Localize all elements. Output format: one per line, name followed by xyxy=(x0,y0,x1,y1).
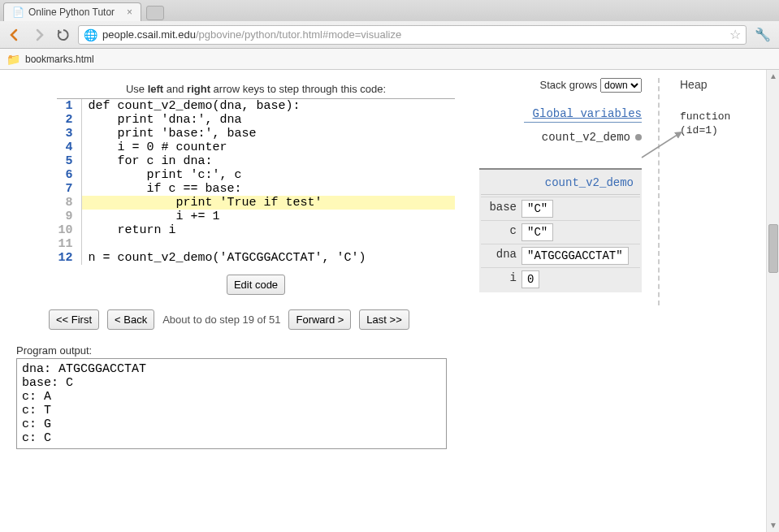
back-step-button[interactable]: < Back xyxy=(107,309,154,330)
line-number: 4 xyxy=(57,141,81,154)
line-number: 2 xyxy=(57,113,81,127)
frame-variable-name: base xyxy=(481,197,521,220)
url-bar[interactable]: 🌐 people.csail.mit.edu/pgbovine/python/t… xyxy=(78,25,747,45)
browser-toolbar: 🌐 people.csail.mit.edu/pgbovine/python/t… xyxy=(0,21,779,49)
arrow-right-icon xyxy=(32,28,46,42)
stack-grows-label: Stack grows down xyxy=(479,78,642,93)
code-line: 7 if c == base: xyxy=(57,182,455,196)
close-tab-icon[interactable]: × xyxy=(127,6,132,18)
url-path: /pgbovine/python/tutor.html#mode=visuali… xyxy=(196,28,401,41)
code-text: print 'dna:', dna xyxy=(81,113,455,127)
code-text: print 'c:', c xyxy=(81,168,455,182)
code-line: 9 i += 1 xyxy=(57,210,455,223)
browser-tab[interactable]: 📄 Online Python Tutor × xyxy=(3,2,141,21)
frame-title: count_v2_demo xyxy=(481,171,640,195)
frame-variable-value: "C" xyxy=(521,200,553,218)
line-number: 5 xyxy=(57,154,81,168)
heap-title: Heap xyxy=(680,78,731,91)
last-step-button[interactable]: Last >> xyxy=(359,309,409,330)
line-number: 12 xyxy=(57,251,81,265)
forward-button[interactable] xyxy=(29,25,49,45)
scroll-down-icon[interactable]: ▼ xyxy=(768,521,778,530)
frame-variable-name: dna xyxy=(481,244,521,267)
code-listing: 1def count_v2_demo(dna, base):2 print 'd… xyxy=(57,99,455,265)
line-number: 8 xyxy=(57,196,81,210)
global-variable-row: count_v2_demo xyxy=(479,131,642,144)
code-line: 5 for c in dna: xyxy=(57,154,455,168)
line-number: 10 xyxy=(57,223,81,237)
code-line: 2 print 'dna:', dna xyxy=(57,113,455,127)
bookmark-item[interactable]: bookmarks.html xyxy=(25,54,94,65)
code-text: def count_v2_demo(dna, base): xyxy=(81,99,455,113)
global-variables-link[interactable]: Global variables xyxy=(479,107,642,123)
line-number: 9 xyxy=(57,210,81,223)
url-host: people.csail.mit.edu xyxy=(102,28,196,41)
frame-variable-row: i0 xyxy=(481,267,640,291)
scroll-up-icon[interactable]: ▲ xyxy=(768,71,778,81)
code-line: 10 return i xyxy=(57,223,455,237)
folder-icon: 📁 xyxy=(6,53,20,66)
line-number: 11 xyxy=(57,237,81,251)
frame-variable-row: base"C" xyxy=(481,197,640,220)
code-line: 12n = count_v2_demo('ATGCGGACCTAT', 'C') xyxy=(57,251,455,265)
back-button[interactable] xyxy=(5,25,24,45)
code-text: if c == base: xyxy=(81,182,455,196)
code-line: 11 xyxy=(57,237,455,251)
new-tab-button[interactable] xyxy=(146,6,164,20)
reload-icon xyxy=(57,28,70,41)
stack-grows-select[interactable]: down xyxy=(600,78,642,93)
code-text xyxy=(81,237,455,251)
pointer-dot-icon xyxy=(635,134,642,141)
code-text: return i xyxy=(81,223,455,237)
code-line: 1def count_v2_demo(dna, base): xyxy=(57,99,455,113)
step-counter: About to do step 19 of 51 xyxy=(162,314,280,326)
line-number: 3 xyxy=(57,127,81,141)
first-step-button[interactable]: << First xyxy=(49,309,99,330)
code-text: print 'True if test' xyxy=(81,196,455,210)
code-line: 8 print 'True if test' xyxy=(57,196,455,210)
globe-icon: 🌐 xyxy=(84,28,97,41)
frame-variable-value: 0 xyxy=(521,270,539,288)
code-text: for c in dna: xyxy=(81,154,455,168)
frame-variable-name: c xyxy=(481,221,521,244)
page-icon: 📄 xyxy=(12,6,24,18)
stack-frame: count_v2_demo base"C"c"C"dna"ATGCGGACCTA… xyxy=(479,168,642,292)
frame-variable-row: dna"ATGCGGACCTAT" xyxy=(481,244,640,267)
scroll-thumb[interactable] xyxy=(768,224,778,273)
code-line: 3 print 'base:', base xyxy=(57,127,455,141)
line-number: 7 xyxy=(57,182,81,196)
code-text: print 'base:', base xyxy=(81,127,455,141)
line-number: 1 xyxy=(57,99,81,113)
frame-variable-name: i xyxy=(481,268,521,291)
frame-variable-value: "ATGCGGACCTAT" xyxy=(521,247,629,265)
arrow-left-icon xyxy=(7,28,22,42)
instructions-text: Use left and right arrow keys to step th… xyxy=(57,78,455,99)
program-output-label: Program output: xyxy=(16,344,750,357)
tab-title: Online Python Tutor xyxy=(28,6,115,18)
settings-wrench-icon[interactable]: 🔧 xyxy=(751,27,774,42)
line-number: 6 xyxy=(57,168,81,182)
vertical-scrollbar[interactable]: ▲ ▼ xyxy=(766,70,779,532)
code-text: i += 1 xyxy=(81,210,455,223)
frame-variable-value: "C" xyxy=(521,223,553,241)
bookmarks-bar: 📁 bookmarks.html xyxy=(0,49,779,70)
reload-button[interactable] xyxy=(54,25,73,45)
browser-tab-strip: 📄 Online Python Tutor × xyxy=(0,0,779,21)
heap-object: function (id=1) xyxy=(680,110,731,138)
code-text: i = 0 # counter xyxy=(81,141,455,154)
edit-code-button[interactable]: Edit code xyxy=(227,275,285,295)
code-text: n = count_v2_demo('ATGCGGACCTAT', 'C') xyxy=(81,251,455,265)
frame-variable-row: c"C" xyxy=(481,220,640,244)
bookmark-star-icon[interactable]: ☆ xyxy=(729,27,741,42)
program-output: dna: ATGCGGACCTAT base: C c: A c: T c: G… xyxy=(16,358,447,449)
code-line: 4 i = 0 # counter xyxy=(57,141,455,154)
code-line: 6 print 'c:', c xyxy=(57,168,455,182)
forward-step-button[interactable]: Forward > xyxy=(288,309,351,330)
